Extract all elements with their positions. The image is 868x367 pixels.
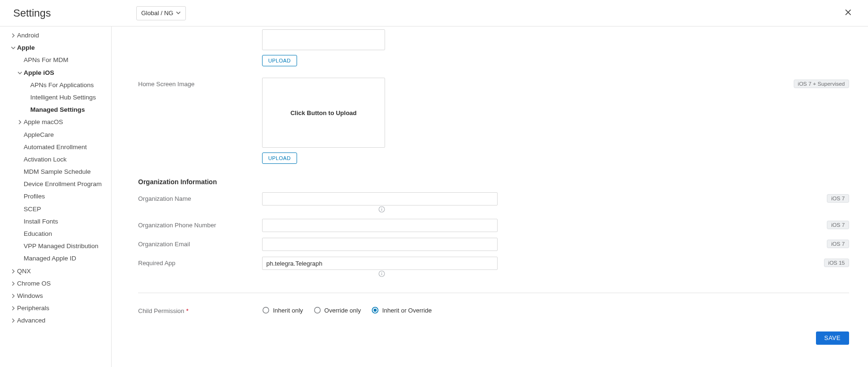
requirement-badge: iOS 7	[827, 194, 849, 203]
close-button[interactable]	[842, 7, 855, 20]
info-icon[interactable]	[378, 206, 386, 213]
sidebar-item[interactable]: SCEP	[0, 203, 111, 215]
child-permission-radiogroup: Inherit only Override only	[262, 304, 432, 314]
chevron-down-icon	[16, 69, 24, 77]
sidebar-item-label: Install Fonts	[24, 218, 58, 225]
svg-point-6	[263, 307, 269, 313]
sidebar-item-label: Managed Settings	[30, 106, 85, 113]
svg-rect-1	[381, 209, 382, 211]
sidebar-item[interactable]: Android	[0, 29, 111, 42]
sidebar-item-label: Activation Lock	[24, 156, 67, 163]
lock-screen-image-dropzone[interactable]	[262, 29, 385, 50]
svg-rect-5	[381, 272, 382, 273]
home-screen-image-label: Home Screen Image	[138, 78, 262, 88]
sidebar-item-label: Apple	[17, 44, 35, 51]
sidebar-item-label: Education	[24, 230, 52, 237]
radio-label: Inherit only	[273, 307, 303, 314]
sidebar-item[interactable]: Intelligent Hub Settings	[0, 91, 111, 104]
sidebar-item-label: Peripherals	[17, 304, 49, 312]
sidebar-item-label: SCEP	[24, 206, 41, 213]
dropzone-placeholder-text: Click Button to Upload	[290, 109, 357, 116]
sidebar-item[interactable]: AppleCare	[0, 129, 111, 141]
sidebar-item[interactable]: Managed Apple ID	[0, 252, 111, 265]
sidebar-item[interactable]: VPP Managed Distribution	[0, 240, 111, 252]
radio-label: Inherit or Override	[382, 307, 432, 314]
child-permission-label: Child Permission*	[138, 304, 262, 314]
chevron-down-icon	[9, 44, 17, 52]
sidebar-item[interactable]: Activation Lock	[0, 153, 111, 166]
required-app-input[interactable]	[262, 257, 498, 270]
org-phone-input[interactable]	[262, 219, 498, 232]
sidebar-item[interactable]: Install Fonts	[0, 215, 111, 228]
sidebar-item-label: Windows	[17, 292, 43, 299]
chevron-right-icon	[9, 268, 17, 275]
svg-rect-2	[381, 208, 382, 208]
sidebar-item-label: Intelligent Hub Settings	[30, 94, 96, 101]
chevron-right-icon	[9, 32, 17, 39]
requirement-badge: iOS 7	[827, 221, 849, 229]
home-screen-image-upload-button[interactable]: UPLOAD	[262, 152, 297, 164]
sidebar-item[interactable]: Apple iOS	[0, 67, 111, 79]
required-app-label: Required App	[138, 257, 262, 267]
info-icon[interactable]	[378, 270, 386, 277]
settings-nav: AndroidAppleAPNs For MDMApple iOSAPNs Fo…	[0, 27, 111, 337]
sidebar-item[interactable]: Automated Enrollment	[0, 141, 111, 153]
sidebar-item[interactable]: Chrome OS	[0, 277, 111, 290]
close-icon	[844, 9, 852, 18]
radio-checked-icon	[371, 306, 379, 314]
sidebar-item-label: Android	[17, 32, 39, 39]
sidebar-item-label: Apple macOS	[24, 118, 63, 125]
sidebar-item-label: Advanced	[17, 317, 45, 324]
sidebar-item[interactable]: Education	[0, 228, 111, 240]
sidebar-item-label: Automated Enrollment	[24, 143, 87, 151]
content-scroll[interactable]: UPLOAD Home Screen Image Click Button to…	[112, 27, 868, 367]
sidebar-item[interactable]: Managed Settings	[0, 104, 111, 116]
radio-inherit-or-override[interactable]: Inherit or Override	[371, 306, 432, 314]
sidebar-item[interactable]: Peripherals	[0, 302, 111, 314]
sidebar-item-label: Apple iOS	[24, 69, 54, 76]
save-button[interactable]: SAVE	[816, 331, 849, 345]
requirement-badge: iOS 7	[827, 240, 849, 248]
scope-selector-label: Global / NG	[141, 9, 174, 17]
sidebar-item-label: VPP Managed Distribution	[24, 242, 98, 250]
sidebar-item-label: Managed Apple ID	[24, 255, 76, 262]
section-heading-org-info: Organization Information	[138, 178, 849, 186]
sidebar-scroll[interactable]: AndroidAppleAPNs For MDMApple iOSAPNs Fo…	[0, 27, 111, 367]
sidebar-item[interactable]: Profiles	[0, 190, 111, 203]
org-email-input[interactable]	[262, 238, 498, 251]
requirement-badge: iOS 7 + Supervised	[794, 80, 849, 88]
org-name-label: Organization Name	[138, 192, 262, 202]
scope-selector[interactable]: Global / NG	[136, 6, 186, 20]
sidebar-item[interactable]: Apple	[0, 42, 111, 54]
sidebar-item[interactable]: APNs For MDM	[0, 54, 111, 66]
requirement-badge: iOS 15	[824, 259, 849, 267]
radio-unchecked-icon	[262, 306, 270, 314]
sidebar-item[interactable]: Apple macOS	[0, 116, 111, 128]
sidebar-item-label: AppleCare	[24, 131, 54, 138]
radio-unchecked-icon	[314, 306, 321, 314]
sidebar-item[interactable]: Device Enrollment Program	[0, 178, 111, 190]
chevron-right-icon	[9, 304, 17, 312]
svg-point-9	[374, 309, 377, 312]
org-email-label: Organization Email	[138, 238, 262, 248]
radio-override-only[interactable]: Override only	[314, 306, 361, 314]
sidebar-item-label: APNs For Applications	[30, 81, 94, 89]
sidebar-item[interactable]: MDM Sample Schedule	[0, 166, 111, 178]
chevron-right-icon	[9, 292, 17, 300]
sidebar-item[interactable]: APNs For Applications	[0, 79, 111, 91]
svg-point-7	[314, 307, 320, 313]
sidebar-item-label: Profiles	[24, 193, 45, 200]
chevron-right-icon	[9, 280, 17, 287]
sidebar-item[interactable]: QNX	[0, 265, 111, 277]
home-screen-image-dropzone[interactable]: Click Button to Upload	[262, 78, 385, 148]
chevron-right-icon	[9, 317, 17, 324]
org-name-input[interactable]	[262, 192, 498, 206]
radio-inherit-only[interactable]: Inherit only	[262, 306, 303, 314]
lock-screen-image-upload-button[interactable]: UPLOAD	[262, 55, 297, 66]
sidebar-item-label: Device Enrollment Program	[24, 180, 102, 188]
divider	[138, 293, 849, 293]
chevron-down-icon	[173, 9, 181, 17]
sidebar-item[interactable]: Advanced	[0, 314, 111, 327]
sidebar-item[interactable]: Windows	[0, 290, 111, 302]
sidebar-item-label: QNX	[17, 268, 31, 275]
